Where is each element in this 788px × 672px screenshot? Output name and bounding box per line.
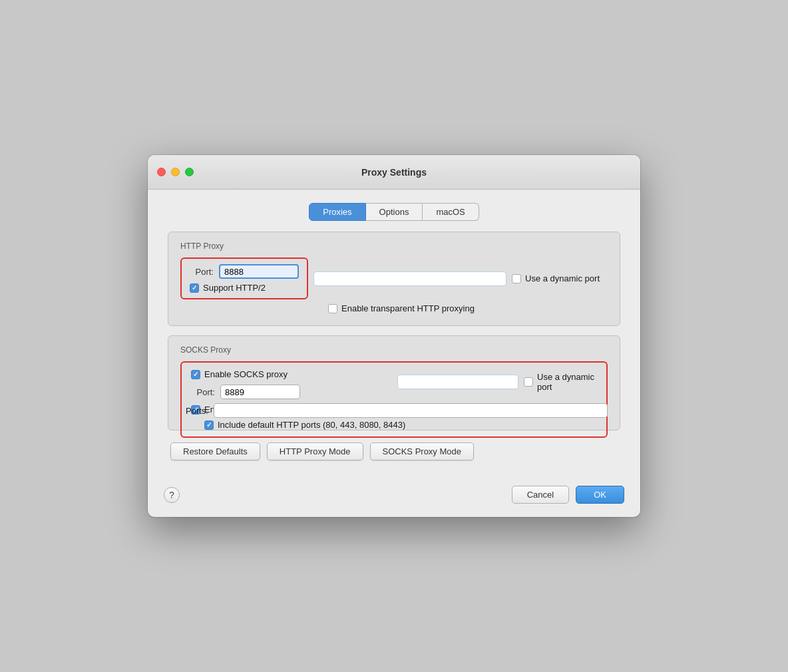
- tab-bar: Proxies Options macOS: [168, 203, 620, 221]
- socks-dynamic-port-row: Use a dynamic port: [524, 372, 608, 392]
- http-proxy-red-box: Port: ✓ Support HTTP/2: [180, 257, 308, 299]
- include-ports-label: Include default HTTP ports (80, 443, 808…: [218, 420, 405, 430]
- enable-socks-label: Enable SOCKS proxy: [204, 369, 288, 379]
- window-title: Proxy Settings: [361, 167, 427, 178]
- bottom-buttons: Restore Defaults HTTP Proxy Mode SOCKS P…: [168, 442, 620, 460]
- transparent-checkbox[interactable]: [328, 304, 337, 313]
- include-ports-row: ✓ Include default HTTP ports (80, 443, 8…: [204, 420, 597, 430]
- http-host-input[interactable]: [313, 271, 506, 286]
- footer: ? Cancel OK: [148, 476, 640, 517]
- tab-proxies[interactable]: Proxies: [309, 203, 365, 221]
- socks-controls: ✓ Enable SOCKS proxy Port: ✓ Enable HTTP…: [180, 361, 608, 418]
- restore-defaults-button[interactable]: Restore Defaults: [170, 442, 260, 460]
- transparent-label: Enable transparent HTTP proxying: [341, 303, 475, 313]
- http-port-label: Port:: [190, 267, 214, 277]
- transparent-row: Enable transparent HTTP proxying: [183, 303, 608, 313]
- socks-dynamic-port-label: Use a dynamic port: [537, 372, 608, 392]
- close-button[interactable]: [157, 168, 166, 176]
- socks-port-label: Port:: [191, 387, 215, 397]
- titlebar: Proxy Settings: [148, 155, 640, 190]
- ok-button[interactable]: OK: [576, 486, 624, 504]
- maximize-button[interactable]: [185, 168, 194, 176]
- socks-proxy-section: SOCKS Proxy ✓ Enable SOCKS proxy Port:: [168, 335, 620, 430]
- minimize-button[interactable]: [171, 168, 180, 176]
- tab-options[interactable]: Options: [366, 203, 423, 221]
- tab-macos[interactable]: macOS: [423, 203, 479, 221]
- support-http2-row: ✓ Support HTTP/2: [190, 283, 299, 293]
- socks-dynamic-port-checkbox[interactable]: [524, 377, 533, 387]
- http-proxy-mode-button[interactable]: HTTP Proxy Mode: [267, 442, 363, 460]
- socks-ports-label: Ports:: [180, 406, 208, 416]
- socks-proxy-mode-button[interactable]: SOCKS Proxy Mode: [370, 442, 475, 460]
- socks-host-input[interactable]: [397, 375, 518, 389]
- http-proxy-title: HTTP Proxy: [180, 242, 608, 251]
- socks-ports-input[interactable]: [214, 403, 608, 418]
- http-port-inner-row: Port:: [190, 264, 299, 279]
- socks-host-row: Use a dynamic port: [397, 372, 608, 392]
- http-dynamic-port-checkbox[interactable]: [512, 274, 521, 283]
- cancel-button[interactable]: Cancel: [512, 486, 569, 504]
- socks-ports-row: Ports:: [180, 403, 608, 418]
- http-proxy-section: HTTP Proxy Port: ✓ Support HTTP/2: [168, 232, 620, 326]
- http-port-row: Port: ✓ Support HTTP/2 Use a dynamic por…: [180, 257, 608, 299]
- socks-proxy-title: SOCKS Proxy: [180, 345, 608, 355]
- http-dynamic-port-row: Use a dynamic port: [512, 273, 600, 283]
- proxy-settings-window: Proxy Settings Proxies Options macOS HTT…: [148, 155, 640, 517]
- support-http2-checkbox[interactable]: ✓: [190, 283, 199, 293]
- include-ports-checkbox[interactable]: ✓: [204, 420, 214, 430]
- help-button[interactable]: ?: [164, 487, 180, 503]
- support-http2-label: Support HTTP/2: [203, 283, 266, 293]
- main-content: Proxies Options macOS HTTP Proxy Port:: [148, 190, 640, 476]
- http-proxy-controls: Port: ✓ Support HTTP/2 Use a dynamic por…: [180, 257, 608, 313]
- http-dynamic-port-label: Use a dynamic port: [525, 273, 600, 283]
- enable-socks-checkbox[interactable]: ✓: [191, 370, 200, 379]
- socks-port-input[interactable]: [220, 385, 300, 399]
- http-port-input[interactable]: [219, 264, 299, 279]
- traffic-lights: [157, 168, 194, 176]
- footer-right: Cancel OK: [512, 486, 624, 504]
